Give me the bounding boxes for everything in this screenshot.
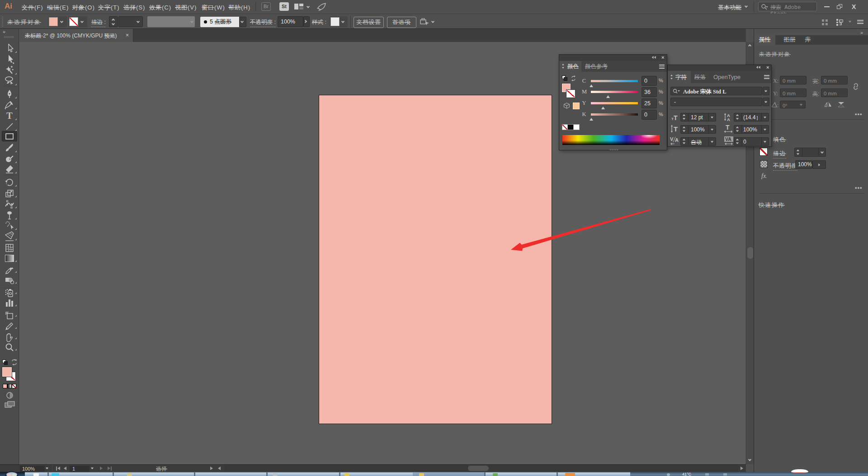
svg-text:T: T — [726, 124, 730, 131]
svg-text:A: A — [727, 117, 730, 121]
svg-text:A: A — [675, 137, 679, 143]
svg-text::: : — [777, 103, 778, 107]
svg-text:VA: VA — [725, 136, 731, 142]
svg-text:T: T — [674, 125, 678, 133]
svg-text:V: V — [670, 136, 674, 142]
